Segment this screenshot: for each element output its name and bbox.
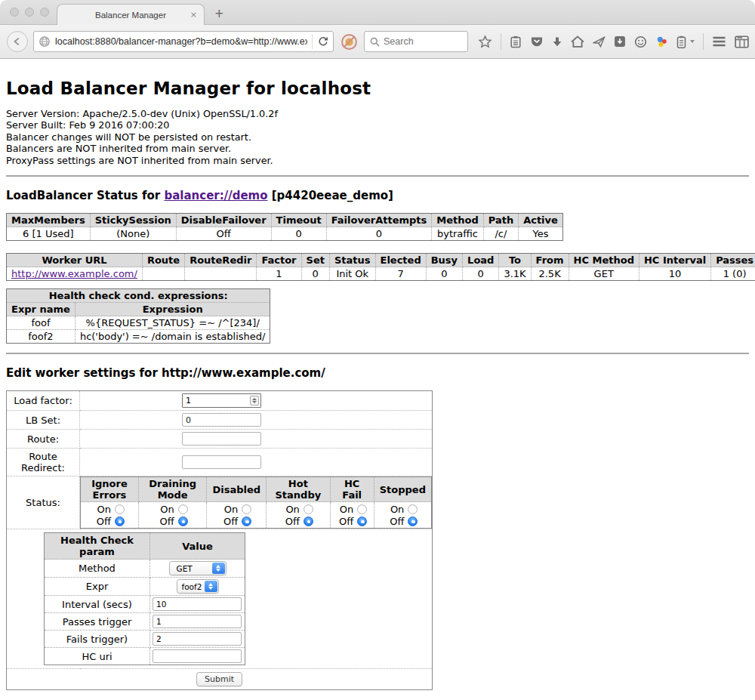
expression-foof2: hc('body') =~ /domain is established/ [75, 330, 270, 344]
panel-download-icon [614, 35, 626, 48]
search-input[interactable] [384, 36, 455, 47]
radio-stopped-on[interactable] [408, 504, 418, 514]
edit-worker-heading: Edit worker settings for http://www.exam… [6, 366, 749, 380]
close-window-button[interactable] [10, 8, 19, 17]
worker-url-link[interactable]: http://www.example.com/ [11, 268, 137, 279]
table-row: On Off On Off On Off [81, 502, 432, 529]
form-row-lb-set: LB Set: [7, 411, 433, 430]
block-icon [341, 33, 358, 51]
health-check-param-table: Health Check param Value Method GET Expr [44, 532, 245, 665]
stepper-down-icon [252, 401, 257, 403]
table-row: foof2 hc('body') =~ /domain is establish… [7, 330, 270, 344]
radio-ignore-errors-on[interactable] [115, 504, 125, 514]
form-row-status: Status: Ignore Errors Draining Mode Disa… [7, 476, 433, 529]
fails-label: Fails trigger) [45, 631, 150, 648]
table-header-row: Health Check param Value [45, 533, 245, 560]
balancer-demo-link[interactable]: balancer://demo [164, 189, 267, 202]
hc-uri-input[interactable] [153, 649, 242, 663]
route-input[interactable] [182, 432, 261, 446]
reading-list-button[interactable] [510, 35, 522, 48]
chevron-down-icon[interactable] [690, 40, 695, 43]
form-row-route: Route: [7, 430, 433, 449]
col-routeredir: RouteRedir [185, 254, 257, 267]
bookmark-star-icon [478, 35, 492, 49]
radio-hot-standby-on[interactable] [304, 504, 313, 514]
table-row: Fails trigger) [45, 631, 245, 648]
off-label: Off [387, 516, 404, 527]
factor-value: 1 [257, 267, 301, 281]
route-redirect-input[interactable] [182, 455, 261, 469]
radio-hc-fail-on[interactable] [357, 504, 367, 514]
zoom-window-button[interactable] [40, 8, 49, 17]
hot-standby-radios: On Off [267, 502, 331, 529]
new-tab-button[interactable]: + [214, 7, 224, 20]
radio-hot-standby-off[interactable] [304, 517, 313, 526]
radio-disabled-on[interactable] [242, 504, 251, 514]
form-row-load-factor: Load factor: [7, 391, 433, 411]
panel-download-button[interactable] [614, 35, 626, 48]
submit-button[interactable]: Submit [196, 672, 242, 686]
col-worker-url: Worker URL [7, 254, 143, 267]
passes-input[interactable] [153, 615, 242, 628]
col-expression: Expression [75, 303, 270, 316]
search-bar[interactable] [364, 31, 468, 52]
stepper-up-icon [252, 398, 257, 400]
col-factor: Factor [257, 254, 301, 267]
url-text[interactable]: localhost:8880/balancer-manager?b=demo&w… [55, 36, 307, 47]
on-label: On [283, 504, 300, 515]
radio-ignore-errors-off[interactable] [115, 517, 125, 526]
content-blocked-button[interactable] [339, 32, 359, 51]
send-tab-button[interactable] [593, 35, 606, 48]
menu-button[interactable] [712, 36, 726, 47]
path-value: /c/ [483, 227, 518, 241]
pocket-button[interactable] [530, 35, 544, 48]
tab-close-icon[interactable]: × [190, 10, 197, 20]
clipper-button[interactable] [676, 35, 686, 48]
set-value: 0 [301, 267, 329, 281]
downloads-button[interactable] [552, 36, 562, 48]
col-value: Value [150, 533, 245, 560]
col-expr-name: Expr name [7, 303, 76, 316]
fails-input[interactable] [153, 632, 242, 646]
table-header-row: MaxMembers StickySession DisableFailover… [7, 214, 563, 227]
interval-input[interactable] [153, 597, 242, 611]
reload-button[interactable] [312, 34, 328, 49]
grid-icon [735, 35, 749, 48]
back-button[interactable] [7, 31, 28, 52]
radio-draining-mode-on[interactable] [178, 504, 188, 514]
submit-cell: Submit [7, 669, 433, 690]
expr-select[interactable]: foof2 [177, 579, 219, 594]
timeout-value: 0 [271, 227, 326, 241]
lb-set-input[interactable] [182, 413, 261, 427]
window-controls [10, 8, 49, 17]
chat-icon [634, 35, 647, 48]
radio-stopped-off[interactable] [408, 517, 418, 526]
col-to: To [499, 254, 531, 267]
radio-draining-mode-off[interactable] [178, 517, 188, 526]
tab-balancer-manager[interactable]: Balancer Manager × [57, 4, 205, 25]
ignore-errors-radios: On Off [81, 502, 139, 529]
radio-hc-fail-off[interactable] [357, 517, 367, 526]
minimize-window-button[interactable] [25, 8, 34, 17]
color-dots-button[interactable] [655, 35, 668, 48]
server-version: Server Version: Apache/2.5.0-dev (Unix) … [6, 108, 749, 119]
page-grid-button[interactable] [735, 35, 749, 48]
col-set: Set [301, 254, 329, 267]
col-active: Active [519, 214, 563, 227]
worker-url-cell: http://www.example.com/ [7, 267, 143, 281]
col-path: Path [483, 214, 518, 227]
radio-disabled-off[interactable] [242, 517, 251, 526]
proxypass-note: ProxyPass settings are NOT inherited fro… [6, 155, 749, 166]
method-select[interactable]: GET [169, 561, 226, 575]
table-title-row: Health check cond. expressions: [7, 289, 270, 303]
url-bar[interactable]: localhost:8880/balancer-manager?b=demo&w… [33, 31, 334, 52]
chat-button[interactable] [634, 35, 647, 48]
bookmark-star-button[interactable] [478, 35, 492, 49]
stepper-buttons[interactable] [250, 396, 259, 406]
off-label: Off [158, 516, 174, 527]
status-table: Ignore Errors Draining Mode Disabled Hot… [80, 476, 432, 529]
home-button[interactable] [571, 35, 584, 48]
worker-table: Worker URL Route RouteRedir Factor Set S… [6, 253, 755, 281]
table-row: foof %{REQUEST_STATUS} =~ /^[234]/ [7, 316, 270, 330]
download-icon [552, 36, 562, 48]
